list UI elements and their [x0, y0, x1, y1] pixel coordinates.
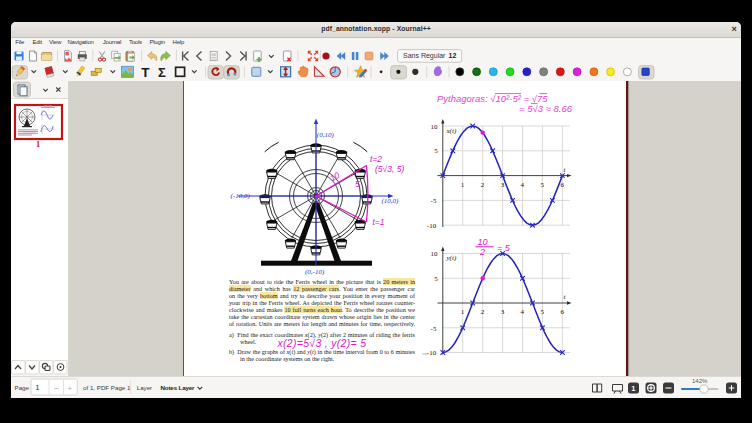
svg-text:Sans Regular: Sans Regular — [403, 52, 446, 60]
svg-text:-10: -10 — [427, 222, 437, 230]
svg-text:10: 10 — [478, 237, 488, 247]
svg-text:142%: 142% — [692, 378, 708, 384]
svg-text:6: 6 — [561, 181, 565, 189]
svg-text:y(t): y(t) — [446, 254, 457, 262]
svg-text:Layer: Layer — [137, 384, 152, 391]
svg-text:(-10,0): (-10,0) — [231, 192, 251, 200]
svg-text:2: 2 — [481, 181, 485, 189]
svg-text:4: 4 — [521, 181, 525, 189]
svg-text:3: 3 — [501, 181, 505, 189]
svg-text:2: 2 — [479, 247, 485, 257]
svg-text:12: 12 — [449, 52, 457, 59]
svg-text:t: t — [564, 293, 567, 301]
svg-text:(0,-10): (0,-10) — [305, 268, 325, 276]
svg-text:−: − — [54, 384, 59, 393]
svg-text:5: 5 — [541, 181, 545, 189]
svg-text:-5: -5 — [431, 325, 437, 333]
svg-text:4: 4 — [521, 308, 525, 316]
svg-text:1: 1 — [631, 384, 635, 393]
svg-text:(0,10): (0,10) — [317, 131, 335, 139]
svg-text:5: 5 — [434, 275, 438, 283]
svg-text:t: t — [564, 166, 567, 174]
svg-text:T: T — [141, 65, 150, 80]
svg-text:Σ: Σ — [158, 65, 166, 80]
svg-text:t=1: t=1 — [373, 217, 385, 227]
svg-text:Page: Page — [15, 384, 30, 391]
svg-text:-5: -5 — [431, 197, 437, 205]
svg-text:5: 5 — [541, 308, 545, 316]
svg-text:1: 1 — [461, 308, 465, 316]
svg-text:2: 2 — [481, 308, 485, 316]
svg-text:1: 1 — [461, 181, 465, 189]
svg-text:(5√3, 5): (5√3, 5) — [375, 164, 404, 174]
svg-text:= 5: = 5 — [497, 243, 511, 253]
svg-text:10: 10 — [431, 250, 439, 258]
svg-text:3: 3 — [501, 308, 505, 316]
svg-text:(10,0): (10,0) — [382, 197, 400, 205]
svg-text:of 1, PDF Page 1: of 1, PDF Page 1 — [83, 384, 131, 391]
svg-text:5: 5 — [434, 147, 438, 155]
svg-text:5: 5 — [355, 179, 360, 189]
svg-text:+: + — [68, 384, 73, 393]
svg-text:1: 1 — [36, 384, 40, 391]
svg-text:Notes Layer: Notes Layer — [161, 384, 196, 391]
svg-text:t=2: t=2 — [370, 154, 382, 164]
svg-text:x(t): x(t) — [446, 127, 457, 135]
svg-text:6: 6 — [561, 308, 565, 316]
svg-text:1: 1 — [36, 139, 40, 149]
svg-text:-10: -10 — [427, 349, 437, 357]
svg-text:= 5√3 ≈ 8.66: = 5√3 ≈ 8.66 — [519, 103, 573, 114]
svg-text:10: 10 — [431, 123, 439, 131]
